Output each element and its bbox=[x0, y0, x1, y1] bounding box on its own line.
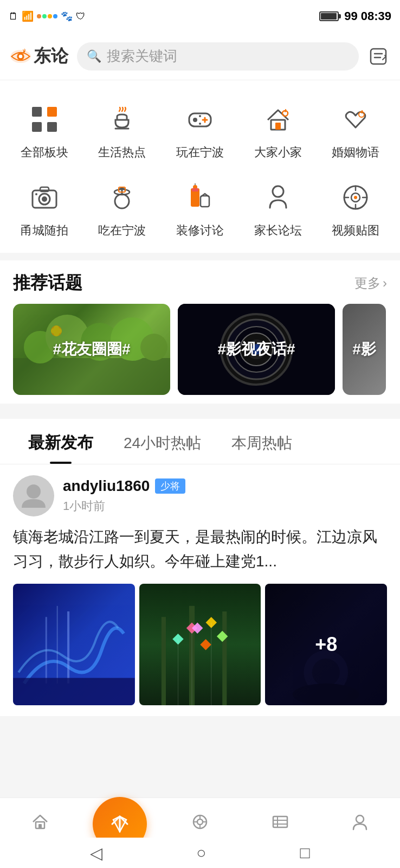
recommend-section: 推荐话题 更多 › bbox=[0, 260, 400, 404]
svg-rect-68 bbox=[13, 678, 135, 705]
category-row1: 全部板块 生活热点 bbox=[0, 91, 400, 169]
author-name: andyliu1860 bbox=[63, 477, 150, 495]
mine-icon bbox=[350, 812, 370, 837]
time: 08:39 bbox=[361, 9, 391, 23]
post-author: andyliu1860 少将 1小时前 bbox=[13, 475, 387, 516]
category-icon-life bbox=[102, 100, 141, 139]
category-item-photo[interactable]: 甬城随拍 bbox=[5, 169, 83, 247]
post-images: +8 bbox=[13, 584, 387, 706]
category-icon-photo bbox=[25, 178, 64, 217]
svg-point-99 bbox=[356, 815, 364, 823]
gesture-bar: ◁ ○ □ bbox=[0, 838, 400, 868]
post-time: 1小时前 bbox=[63, 498, 185, 514]
edit-icon bbox=[369, 47, 388, 66]
post-image-3[interactable]: +8 bbox=[265, 584, 387, 706]
category-icon-all bbox=[25, 100, 64, 139]
category-item-marriage[interactable]: 婚姻物语 bbox=[317, 91, 395, 169]
category-icon-home bbox=[259, 100, 298, 139]
category-label-home: 大家小家 bbox=[254, 144, 302, 161]
svg-rect-85 bbox=[38, 824, 42, 828]
category-label-all: 全部板块 bbox=[21, 144, 68, 161]
wifi-icon: 📶 bbox=[22, 10, 34, 22]
category-icon-food bbox=[102, 178, 141, 217]
author-badge: 少将 bbox=[155, 478, 185, 494]
svg-line-7 bbox=[385, 55, 386, 56]
status-bar: 🗒 📶 🐾 🛡 99 08:39 bbox=[0, 0, 400, 33]
svg-rect-35 bbox=[192, 188, 198, 192]
tab-hotweek[interactable]: 本周热帖 bbox=[216, 420, 307, 463]
search-icon: 🔍 bbox=[87, 49, 101, 63]
svg-rect-95 bbox=[273, 816, 287, 827]
avatar bbox=[13, 475, 54, 516]
recommend-header: 推荐话题 更多 › bbox=[0, 260, 400, 304]
search-placeholder: 搜索关键词 bbox=[107, 47, 177, 66]
category-icon-video bbox=[336, 178, 375, 217]
edit-button[interactable] bbox=[366, 44, 390, 68]
svg-point-17 bbox=[199, 115, 201, 117]
category-icon-parent bbox=[259, 178, 298, 217]
svg-rect-20 bbox=[275, 123, 281, 130]
category-label-life: 生活热点 bbox=[98, 144, 146, 161]
post-image-2[interactable] bbox=[139, 584, 261, 706]
svg-rect-71 bbox=[222, 611, 227, 706]
svg-rect-26 bbox=[40, 187, 49, 192]
recent-button[interactable]: □ bbox=[300, 844, 309, 862]
avatar-icon bbox=[17, 480, 50, 512]
topic-label-flowers: #花友圈圈# bbox=[13, 304, 170, 395]
category-item-life[interactable]: 生活热点 bbox=[83, 91, 162, 169]
tabs-row: 最新发布 24小时热帖 本周热帖 bbox=[0, 419, 400, 464]
home-button[interactable]: ○ bbox=[196, 844, 206, 862]
category-label-marriage: 婚姻物语 bbox=[332, 144, 379, 161]
svg-rect-10 bbox=[32, 122, 42, 132]
category-item-parent[interactable]: 家长论坛 bbox=[239, 169, 317, 247]
recommend-title: 推荐话题 bbox=[13, 271, 82, 295]
svg-rect-9 bbox=[47, 107, 57, 117]
post-image-1[interactable] bbox=[13, 584, 135, 706]
logo-text: 东论 bbox=[34, 44, 68, 68]
svg-point-90 bbox=[197, 819, 203, 825]
category-row2: 甬城随拍 吃在宁波 bbox=[0, 169, 400, 247]
status-icons: 🗒 📶 🐾 🛡 bbox=[9, 10, 86, 22]
svg-rect-69 bbox=[162, 617, 166, 705]
svg-point-2 bbox=[19, 54, 23, 58]
category-icon-play bbox=[180, 100, 220, 139]
post-section: andyliu1860 少将 1小时前 镇海老城沿江路一到夏天，是最热闹的时候。… bbox=[0, 464, 400, 716]
search-bar[interactable]: 🔍 搜索关键词 bbox=[77, 42, 359, 71]
shield-icon: 🛡 bbox=[76, 11, 86, 22]
category-icon-deco bbox=[180, 178, 220, 217]
logo-icon bbox=[10, 46, 31, 67]
category-item-all[interactable]: 全部板块 bbox=[5, 91, 83, 169]
back-button[interactable]: ◁ bbox=[90, 844, 102, 863]
chevron-right-icon: › bbox=[383, 276, 387, 291]
post-text: 镇海老城沿江路一到夏天，是最热闹的时候。江边凉风习习，散步行人如织。今年碰上建党… bbox=[13, 525, 387, 574]
svg-rect-11 bbox=[47, 122, 57, 132]
topic-card-movie[interactable]: #影视夜话# bbox=[178, 304, 335, 395]
category-label-food: 吃在宁波 bbox=[98, 222, 146, 239]
category-item-play[interactable]: 玩在宁波 bbox=[161, 91, 239, 169]
svg-rect-8 bbox=[32, 107, 42, 117]
category-icon-marriage bbox=[336, 100, 375, 139]
author-name-row: andyliu1860 少将 bbox=[63, 477, 185, 495]
svg-marker-76 bbox=[200, 639, 211, 650]
logo[interactable]: 东论 bbox=[10, 44, 69, 68]
notif-icon: 🐾 bbox=[61, 10, 73, 22]
category-item-food[interactable]: 吃在宁波 bbox=[83, 169, 162, 247]
category-label-photo: 甬城随拍 bbox=[21, 222, 68, 239]
battery-icon bbox=[319, 11, 339, 21]
category-label-deco: 装修讨论 bbox=[176, 222, 224, 239]
tab-latest[interactable]: 最新发布 bbox=[13, 419, 108, 464]
svg-point-37 bbox=[273, 186, 283, 197]
category-section: 全部板块 生活热点 bbox=[0, 80, 400, 253]
battery-percent: 99 bbox=[344, 9, 357, 23]
status-right: 99 08:39 bbox=[319, 9, 391, 23]
svg-point-64 bbox=[27, 484, 41, 499]
svg-point-27 bbox=[35, 193, 37, 195]
category-item-video[interactable]: 视频贴图 bbox=[317, 169, 395, 247]
tab-hot24[interactable]: 24小时热帖 bbox=[108, 420, 216, 463]
more-link[interactable]: 更多 › bbox=[354, 275, 387, 292]
category-item-home[interactable]: 大家小家 bbox=[239, 91, 317, 169]
topics-scroll: #花友圈圈# #影视夜话# #影 bbox=[0, 304, 400, 395]
topic-card-flowers[interactable]: #花友圈圈# bbox=[13, 304, 170, 395]
category-item-deco[interactable]: 装修讨论 bbox=[161, 169, 239, 247]
topic-card-partial[interactable]: #影 bbox=[343, 304, 386, 395]
